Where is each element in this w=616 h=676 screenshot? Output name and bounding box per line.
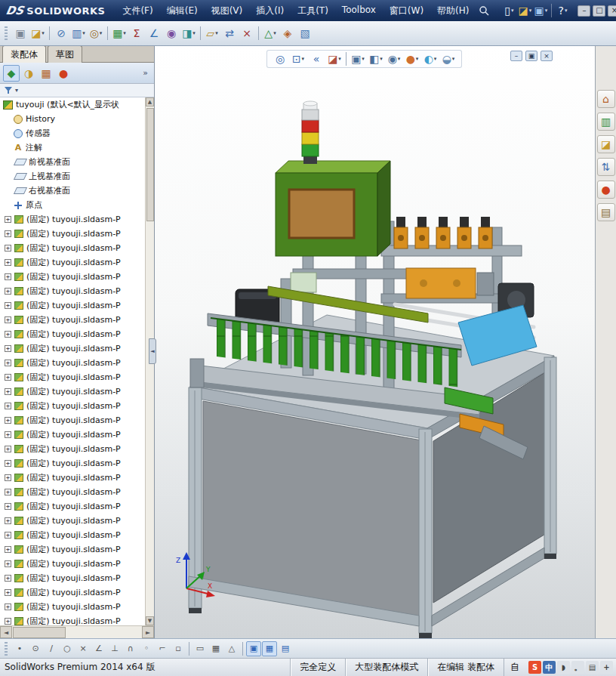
vscroll-thumb[interactable] bbox=[146, 108, 154, 221]
display-style-icon[interactable]: ◧▾ bbox=[367, 51, 385, 66]
configurationmanager-tab-icon[interactable]: ▦ bbox=[38, 65, 54, 82]
convert-entities-icon[interactable]: ⇄ bbox=[221, 25, 238, 42]
tree-row-top-plane[interactable]: 上视基准面 bbox=[0, 169, 145, 184]
expand-icon[interactable]: + bbox=[5, 230, 11, 237]
dropdown-caret[interactable]: ▾ bbox=[100, 30, 103, 36]
tree-component-row[interactable]: +(固定) tuyouji.sldasm-P bbox=[0, 384, 145, 399]
tree-component-row[interactable]: +(固定) tuyouji.sldasm-P bbox=[0, 428, 145, 442]
tree-row-history[interactable]: History bbox=[0, 112, 145, 126]
toolbar-grip[interactable] bbox=[5, 26, 8, 40]
equations-icon[interactable]: Σ bbox=[128, 25, 145, 42]
graphics-viewport[interactable]: ◎⊡▾«◪▾▣▾◧▾◉▾●▾◐▾◒▾ –▣× Z X Y bbox=[155, 46, 595, 638]
doc-minimize-icon[interactable]: – bbox=[510, 51, 522, 61]
menu-help[interactable]: 帮助(H) bbox=[430, 1, 476, 21]
section-properties-icon[interactable]: ◨▾ bbox=[180, 25, 197, 42]
menu-file[interactable]: 文件(F) bbox=[116, 1, 159, 21]
expand-icon[interactable]: + bbox=[5, 517, 11, 524]
tab-sketch[interactable]: 草图 bbox=[48, 45, 82, 63]
expand-icon[interactable]: + bbox=[5, 331, 11, 338]
selection-filter-icon[interactable]: ▫ bbox=[171, 641, 186, 656]
tree-component-row[interactable]: +(固定) tuyouji.sldasm-P bbox=[0, 442, 145, 456]
file-explorer-icon[interactable]: ◪ bbox=[597, 135, 615, 153]
tree-hscrollbar[interactable]: ◄ ► bbox=[0, 625, 154, 638]
tree-component-row[interactable]: +(固定) tuyouji.sldasm-P bbox=[0, 614, 145, 625]
circle-snap-icon[interactable]: ○ bbox=[60, 641, 75, 656]
expand-icon[interactable]: + bbox=[5, 403, 11, 409]
tree-component-row[interactable]: +(固定) tuyouji.sldasm-P bbox=[0, 327, 145, 341]
open-document-icon[interactable]: ◪▾ bbox=[517, 3, 532, 18]
doc-restore-icon[interactable]: ▣ bbox=[525, 51, 537, 61]
tree-component-row[interactable]: +(固定) tuyouji.sldasm-P bbox=[0, 255, 145, 270]
dropdown-caret[interactable]: ▾ bbox=[338, 56, 341, 62]
expand-icon[interactable]: + bbox=[5, 302, 11, 309]
apply-scene-icon[interactable]: ◐▾ bbox=[421, 51, 439, 66]
expand-icon[interactable]: + bbox=[5, 618, 11, 625]
panel-collapse-arrow[interactable]: ◄ bbox=[149, 338, 156, 364]
expand-icon[interactable]: + bbox=[5, 560, 11, 567]
doc-close-icon[interactable]: × bbox=[541, 51, 553, 61]
tangent-snap-icon[interactable]: ∩ bbox=[123, 641, 138, 656]
hscroll-thumb[interactable] bbox=[13, 627, 66, 638]
close-button[interactable]: × bbox=[608, 5, 616, 17]
dropdown-caret[interactable]: ▾ bbox=[565, 8, 568, 14]
more-tabs-chevron[interactable]: » bbox=[143, 68, 151, 78]
menu-insert[interactable]: 插入(I) bbox=[249, 1, 291, 21]
tree-row-origin[interactable]: 原点 bbox=[0, 198, 145, 212]
tree-component-row[interactable]: +(固定) tuyouji.sldasm-P bbox=[0, 313, 145, 327]
tree-component-row[interactable]: +(固定) tuyouji.sldasm-P bbox=[0, 212, 145, 227]
filter-caret[interactable]: ▾ bbox=[15, 87, 18, 94]
expand-icon[interactable]: + bbox=[5, 474, 11, 481]
expand-icon[interactable]: + bbox=[5, 589, 11, 596]
tree-component-row[interactable]: +(固定) tuyouji.sldasm-P bbox=[0, 298, 145, 313]
view-palette-icon[interactable]: ⇅ bbox=[597, 158, 615, 176]
dropdown-caret[interactable]: ▾ bbox=[380, 56, 383, 62]
tree-component-row[interactable]: +(固定) tuyouji.sldasm-P bbox=[0, 585, 145, 600]
tree-row-right-plane[interactable]: 右视基准面 bbox=[0, 184, 145, 198]
tree-component-row[interactable]: +(固定) tuyouji.sldasm-P bbox=[0, 356, 145, 370]
tree-component-row[interactable]: +(固定) tuyouji.sldasm-P bbox=[0, 542, 145, 557]
scroll-right-icon[interactable]: ► bbox=[142, 626, 154, 638]
maximize-button[interactable]: □ bbox=[593, 5, 605, 17]
interference-check-icon[interactable]: ◈ bbox=[279, 25, 296, 42]
menu-view[interactable]: 视图(V) bbox=[205, 1, 250, 21]
tree-component-row[interactable]: +(固定) tuyouji.sldasm-P bbox=[0, 227, 145, 241]
angle-snap-icon[interactable]: ∠ bbox=[91, 641, 106, 656]
help-icon[interactable]: ?▾ bbox=[555, 3, 570, 18]
expand-icon[interactable]: + bbox=[5, 288, 11, 295]
expand-icon[interactable]: + bbox=[5, 532, 11, 539]
scroll-down-icon[interactable]: ▼ bbox=[146, 616, 154, 625]
tree-row-annotations[interactable]: 注解 bbox=[0, 140, 145, 155]
minimize-button[interactable]: – bbox=[578, 5, 590, 17]
fullwidth-icon[interactable]: ◗ bbox=[557, 661, 570, 674]
featuremanager-tab-icon[interactable]: ◆ bbox=[3, 65, 20, 82]
expand-icon[interactable]: + bbox=[5, 273, 11, 280]
keyboard-icon[interactable]: ▤ bbox=[586, 661, 599, 674]
tree-component-row[interactable]: +(固定) tuyouji.sldasm-P bbox=[0, 399, 145, 413]
center-snap-icon[interactable]: ⊙ bbox=[28, 641, 43, 656]
tree-component-row[interactable]: +(固定) tuyouji.sldasm-P bbox=[0, 341, 145, 356]
tree-component-row[interactable]: +(固定) tuyouji.sldasm-P bbox=[0, 600, 145, 614]
dropdown-caret[interactable]: ▾ bbox=[192, 30, 196, 36]
expand-icon[interactable]: + bbox=[5, 374, 11, 381]
tab-assembly[interactable]: 装配体 bbox=[2, 45, 46, 63]
view-orientation-icon[interactable]: ▣▾ bbox=[349, 51, 367, 66]
mass-properties-icon[interactable]: ◉ bbox=[163, 25, 180, 42]
intersection-snap-icon[interactable]: × bbox=[75, 641, 91, 656]
expand-icon[interactable]: + bbox=[5, 360, 11, 366]
tree-root-row[interactable]: tuyouji (默认<默认_显示状 bbox=[0, 97, 145, 112]
dropdown-caret[interactable]: ▾ bbox=[398, 56, 401, 62]
expand-icon[interactable]: + bbox=[5, 245, 11, 252]
corner-snap-icon[interactable]: ⌐ bbox=[155, 641, 170, 656]
punctuation-icon[interactable]: 。 bbox=[571, 661, 584, 674]
expand-icon[interactable]: + bbox=[5, 489, 11, 495]
grid-display-icon[interactable]: ▦ bbox=[208, 641, 223, 656]
filter-icon[interactable] bbox=[4, 86, 13, 94]
section-view-icon[interactable]: ◪▾ bbox=[325, 51, 343, 66]
midpoint-snap-icon[interactable]: ◦ bbox=[139, 641, 154, 656]
dropdown-caret[interactable]: ▾ bbox=[123, 30, 126, 36]
exploded-view-icon[interactable]: △▾ bbox=[262, 25, 279, 42]
dropdown-caret[interactable]: ▾ bbox=[362, 56, 365, 62]
dropdown-caret[interactable]: ▾ bbox=[416, 56, 419, 62]
propertymanager-tab-icon[interactable]: ◑ bbox=[20, 65, 37, 82]
design-library-icon[interactable]: ▥ bbox=[597, 113, 615, 131]
